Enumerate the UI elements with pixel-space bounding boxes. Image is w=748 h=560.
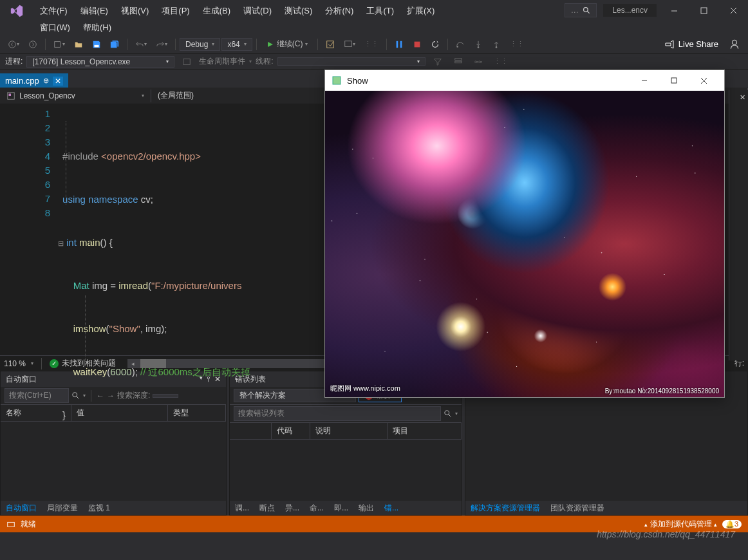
svg-rect-19 (183, 59, 191, 64)
redo-icon[interactable]: ▾ (152, 38, 171, 51)
menu-file[interactable]: 文件(F) (33, 3, 74, 19)
nav-back-button[interactable]: ▾ (4, 38, 23, 51)
thread-dropdown[interactable]: ▾ (277, 57, 425, 66)
step-out-icon[interactable] (488, 38, 505, 51)
save-icon[interactable] (88, 38, 105, 51)
zoom-arrow-icon[interactable]: ▾ (31, 360, 33, 366)
svg-point-6 (9, 41, 16, 48)
menu-build[interactable]: 生成(B) (196, 3, 237, 19)
open-icon[interactable] (70, 38, 87, 51)
menu-project[interactable]: 项目(P) (155, 3, 196, 19)
search-icon (583, 6, 591, 15)
menu-window[interactable]: 窗口(W) (33, 19, 77, 36)
btab-locals[interactable]: 局部变量 (42, 501, 83, 515)
btab-f[interactable]: 输出 (353, 501, 379, 515)
btab-auto[interactable]: 自动窗口 (1, 501, 42, 515)
menu-extensions[interactable]: 扩展(X) (400, 3, 441, 19)
fold-icon[interactable]: ⊟ (58, 239, 66, 247)
btab-team-explorer[interactable]: 团队资源管理器 (545, 501, 610, 515)
stop-button[interactable] (409, 38, 425, 51)
config-dropdown[interactable]: Debug▾ (180, 38, 220, 51)
svg-rect-32 (333, 77, 341, 84)
right-sidebar[interactable] (729, 90, 748, 360)
title-project-tab: Les...encv (603, 4, 657, 17)
menu-view[interactable]: 视图(V) (115, 3, 155, 19)
save-all-icon[interactable] (106, 38, 123, 51)
menu-help[interactable]: 帮助(H) (77, 19, 118, 36)
tool-icon-a[interactable] (322, 38, 339, 51)
maximize-button[interactable] (689, 1, 718, 19)
tool-icon-c[interactable]: ⋮⋮ (360, 38, 382, 50)
btab-b[interactable]: 断点 (254, 501, 280, 515)
status-icon (6, 519, 15, 528)
svg-point-7 (30, 41, 37, 48)
nav-project-dropdown[interactable]: Lesson_Opencv▾ (0, 89, 151, 102)
menu-test[interactable]: 测试(S) (278, 3, 319, 19)
svg-rect-3 (701, 8, 707, 14)
popup-close-button[interactable] (689, 71, 718, 89)
notification-badge[interactable]: 🔔3 (722, 520, 742, 528)
btab-d[interactable]: 命... (304, 501, 329, 515)
svg-rect-23 (9, 93, 12, 96)
filter-icon[interactable] (429, 55, 446, 68)
step-over-icon[interactable] (452, 38, 469, 51)
popup-maximize-button[interactable] (660, 71, 688, 89)
sidebar-close-icon[interactable]: ✕ (740, 93, 745, 102)
svg-rect-11 (345, 41, 352, 46)
tab-close-icon[interactable]: ✕ (53, 77, 63, 86)
menu-debug[interactable]: 调试(D) (237, 3, 278, 19)
continue-button[interactable]: 继续(C)▾ (261, 37, 314, 51)
menu-tools[interactable]: 工具(T) (360, 3, 400, 19)
platform-dropdown[interactable]: x64▾ (221, 38, 252, 51)
svg-rect-12 (397, 41, 398, 48)
btab-a[interactable]: 调... (230, 501, 254, 515)
zoom-level[interactable]: 110 % (4, 359, 26, 368)
image-caption: By:moutao No:20140928151938528000 (605, 387, 719, 395)
overflow-icon[interactable]: ⋮⋮ (490, 55, 512, 68)
window-icon (332, 75, 342, 86)
btab-g[interactable]: 错... (379, 501, 404, 515)
pin-icon[interactable]: ⊕ (43, 77, 49, 85)
tool-icon-d[interactable]: ⋮⋮ (506, 38, 528, 50)
tool-icon-b[interactable]: ▾ (340, 38, 359, 51)
btab-watch[interactable]: 监视 1 (83, 501, 115, 515)
document-tab[interactable]: main.cpp ⊕ ✕ (0, 73, 68, 88)
live-share-button[interactable]: Live Share (659, 39, 724, 50)
stack-icon[interactable] (450, 55, 467, 68)
lifecycle-icon[interactable] (178, 55, 195, 68)
svg-rect-20 (454, 58, 462, 60)
close-button[interactable] (718, 1, 748, 19)
show-window[interactable]: Show 昵图网 www.nipic.com By:moutao No:2014… (324, 70, 725, 398)
new-item-icon[interactable]: ▾ (50, 38, 69, 51)
minimize-button[interactable] (659, 1, 689, 19)
pause-button[interactable] (391, 38, 407, 51)
btab-solution-explorer[interactable]: 解决方案资源管理器 (465, 501, 545, 515)
quick-search[interactable]: … (565, 3, 597, 17)
svg-line-1 (587, 11, 589, 13)
menu-analyze[interactable]: 分析(N) (319, 3, 360, 19)
step-into-icon[interactable] (470, 38, 487, 51)
popup-minimize-button[interactable] (630, 71, 659, 89)
thread-label: 线程: (256, 56, 273, 67)
svg-rect-34 (671, 78, 677, 83)
waves-icon[interactable]: ≈≈ (471, 56, 486, 68)
svg-point-18 (733, 40, 737, 44)
status-ready: 就绪 (21, 519, 36, 530)
ellipsis-icon: … (571, 6, 579, 15)
svg-rect-10 (327, 41, 334, 48)
restart-button[interactable] (427, 38, 444, 51)
menu-edit[interactable]: 编辑(E) (74, 3, 115, 19)
user-icon[interactable] (725, 37, 744, 52)
popup-title: Show (347, 76, 368, 86)
nav-fwd-button[interactable] (24, 38, 41, 51)
undo-icon[interactable]: ▾ (131, 38, 151, 51)
btab-e[interactable]: 即... (329, 501, 353, 515)
svg-point-0 (583, 7, 588, 12)
lifecycle-label: 生命周期事件 (199, 56, 245, 67)
btab-c[interactable]: 异... (280, 501, 304, 515)
svg-point-15 (457, 46, 459, 48)
watermark-text: https://blog.csdn.net/qq_44711417 (597, 529, 735, 539)
scm-button[interactable]: ▴ 添加到源代码管理 ▴ (644, 519, 717, 530)
image-source-logo: 昵图网 www.nipic.com (330, 384, 400, 393)
process-dropdown[interactable]: [17076] Lesson_Opencv.exe▾ (26, 56, 174, 68)
